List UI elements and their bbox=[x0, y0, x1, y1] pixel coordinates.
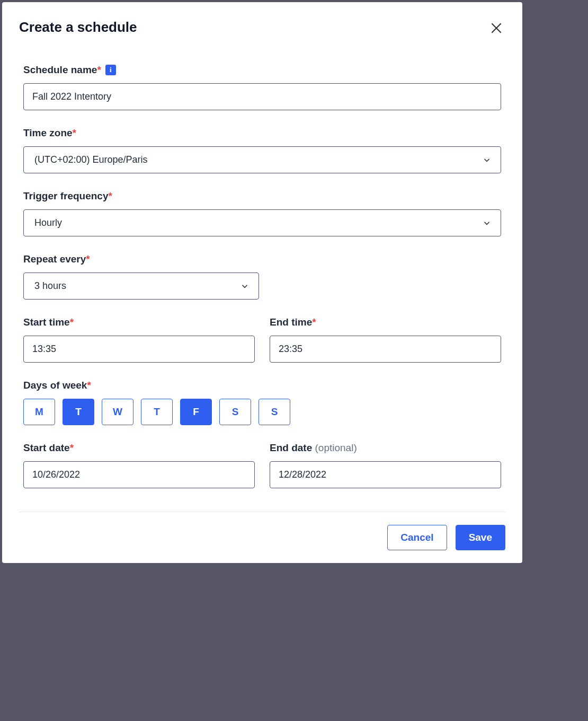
required-marker: * bbox=[70, 442, 74, 453]
modal-title: Create a schedule bbox=[19, 19, 137, 36]
trigger-frequency-group: Trigger frequency* Hourly bbox=[23, 190, 501, 236]
time-zone-select-wrapper: (UTC+02:00) Europe/Paris bbox=[23, 146, 501, 173]
start-time-label: Start time* bbox=[23, 316, 255, 328]
days-of-week-group: Days of week* M T W T F S S bbox=[23, 380, 501, 425]
repeat-every-label: Repeat every* bbox=[23, 253, 501, 265]
schedule-name-group: Schedule name* i bbox=[23, 64, 501, 110]
days-of-week-label: Days of week* bbox=[23, 380, 501, 391]
create-schedule-modal: Create a schedule Schedule name* i Time … bbox=[2, 2, 522, 563]
save-button[interactable]: Save bbox=[456, 525, 505, 550]
label-text: Time zone bbox=[23, 127, 73, 138]
label-text: End date bbox=[270, 442, 312, 453]
required-marker: * bbox=[97, 64, 101, 75]
label-text: Start time bbox=[23, 316, 70, 328]
repeat-every-select-wrapper: 3 hours bbox=[23, 272, 259, 300]
day-monday[interactable]: M bbox=[23, 399, 55, 425]
form-body: Schedule name* i Time zone* (UTC+02:00) … bbox=[19, 64, 505, 505]
day-thursday[interactable]: T bbox=[141, 399, 173, 425]
end-time-label: End time* bbox=[270, 316, 501, 328]
required-marker: * bbox=[109, 190, 112, 201]
time-zone-label: Time zone* bbox=[23, 127, 501, 139]
info-icon[interactable]: i bbox=[105, 65, 116, 75]
label-text: Trigger frequency bbox=[23, 190, 109, 201]
trigger-frequency-select[interactable]: Hourly bbox=[23, 209, 501, 236]
label-text: Schedule name bbox=[23, 64, 97, 75]
day-tuesday[interactable]: T bbox=[63, 399, 94, 425]
trigger-frequency-label: Trigger frequency* bbox=[23, 190, 501, 202]
time-zone-group: Time zone* (UTC+02:00) Europe/Paris bbox=[23, 127, 501, 173]
end-time-input[interactable] bbox=[270, 336, 501, 363]
label-text: Repeat every bbox=[23, 253, 86, 265]
day-wednesday[interactable]: W bbox=[102, 399, 133, 425]
end-date-label: End date (optional) bbox=[270, 442, 501, 454]
required-marker: * bbox=[70, 316, 74, 328]
start-time-input[interactable] bbox=[23, 336, 255, 363]
start-date-group: Start date* bbox=[23, 442, 255, 488]
date-row: Start date* End date (optional) bbox=[23, 442, 501, 505]
day-sunday[interactable]: S bbox=[259, 399, 290, 425]
label-text: Start date bbox=[23, 442, 70, 453]
time-zone-select[interactable]: (UTC+02:00) Europe/Paris bbox=[23, 146, 501, 173]
cancel-button[interactable]: Cancel bbox=[387, 525, 447, 550]
close-button[interactable] bbox=[487, 19, 505, 39]
start-time-group: Start time* bbox=[23, 316, 255, 363]
schedule-name-label: Schedule name* i bbox=[23, 64, 501, 76]
end-date-input[interactable] bbox=[270, 461, 501, 488]
modal-footer: Cancel Save bbox=[19, 512, 505, 550]
modal-header: Create a schedule bbox=[19, 19, 505, 39]
label-text: Days of week bbox=[23, 380, 87, 391]
required-marker: * bbox=[87, 380, 91, 391]
end-time-group: End time* bbox=[270, 316, 501, 363]
trigger-frequency-select-wrapper: Hourly bbox=[23, 209, 501, 236]
required-marker: * bbox=[312, 316, 316, 328]
label-text: End time bbox=[270, 316, 312, 328]
start-date-label: Start date* bbox=[23, 442, 255, 454]
optional-marker: (optional) bbox=[315, 442, 357, 453]
schedule-name-input[interactable] bbox=[23, 83, 501, 110]
repeat-every-select[interactable]: 3 hours bbox=[23, 272, 259, 300]
day-saturday[interactable]: S bbox=[219, 399, 251, 425]
days-row: M T W T F S S bbox=[23, 399, 501, 425]
required-marker: * bbox=[73, 127, 76, 138]
close-icon bbox=[489, 21, 503, 35]
repeat-every-group: Repeat every* 3 hours bbox=[23, 253, 501, 300]
required-marker: * bbox=[86, 253, 90, 265]
start-date-input[interactable] bbox=[23, 461, 255, 488]
day-friday[interactable]: F bbox=[180, 399, 212, 425]
time-row: Start time* End time* bbox=[23, 316, 501, 380]
end-date-group: End date (optional) bbox=[270, 442, 501, 488]
